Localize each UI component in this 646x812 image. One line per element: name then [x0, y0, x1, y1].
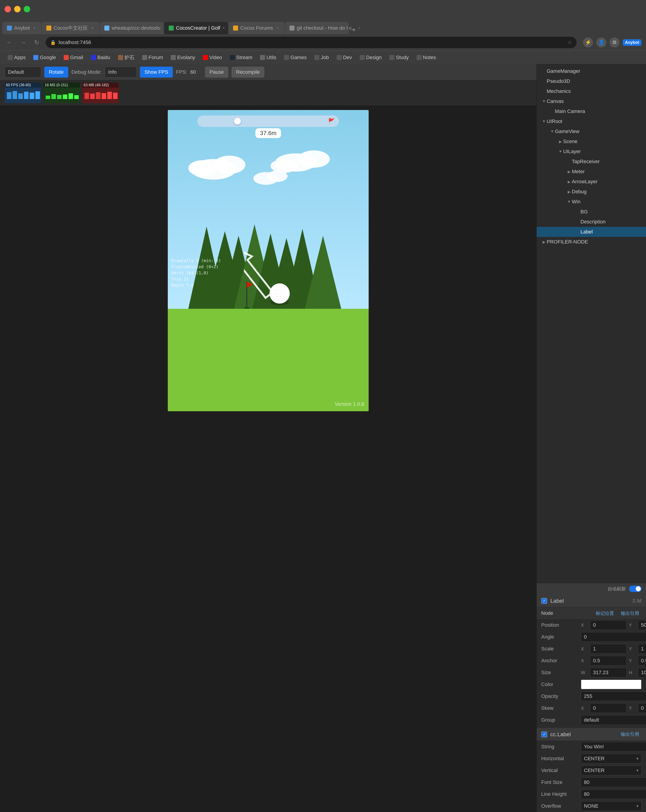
auto-refresh-toggle[interactable] [629, 586, 641, 592]
tree-item-uiroot[interactable]: ▼ UIRoot [537, 116, 646, 127]
opacity-input[interactable] [581, 691, 646, 701]
collapse-arrow-icon[interactable]: ▼ [550, 129, 555, 134]
bookmark-job[interactable]: Job [311, 53, 332, 62]
rotate-button[interactable]: Rotate [44, 67, 68, 78]
tree-item-bg[interactable]: BG [537, 207, 646, 217]
show-fps-button[interactable]: Show FPS [140, 67, 173, 78]
bookmark-hearthstone[interactable]: 炉石 [115, 53, 137, 62]
tree-item-meter[interactable]: ▶ Meter [537, 166, 646, 177]
tab-cocos-forums[interactable]: Cocos Forums × [229, 22, 284, 34]
collapse-arrow-icon[interactable]: ▼ [567, 199, 572, 205]
collapse-arrow-icon[interactable]: ▼ [541, 99, 547, 104]
export-reference-button[interactable]: 输出引用 [619, 609, 641, 617]
bookmark-star-icon[interactable]: ☆ [568, 40, 572, 46]
bookmark-google[interactable]: Google [30, 53, 59, 62]
new-tab-button[interactable]: + [349, 25, 358, 34]
profile-button[interactable]: 👤 [596, 37, 606, 47]
overflow-select[interactable]: NONE ▾ [581, 801, 641, 811]
group-input[interactable] [581, 715, 646, 725]
tab-cocos-creator[interactable]: CocosCreator | Golf × [164, 22, 228, 34]
line-height-input[interactable] [581, 789, 646, 799]
reload-button[interactable]: ↻ [32, 38, 41, 47]
tree-item-main-camera[interactable]: Main Camera [537, 106, 646, 116]
tree-item-arrowlayer[interactable]: ▶ ArrowLayer [537, 177, 646, 187]
scale-y-input[interactable] [638, 644, 646, 653]
scale-x-input[interactable] [590, 644, 626, 653]
vertical-select[interactable]: CENTER ▾ [581, 766, 641, 775]
component-enabled-checkbox[interactable]: ✓ [541, 598, 547, 604]
tree-item-tapreceiver[interactable]: TapReceiver [537, 157, 646, 166]
size-w-input[interactable] [590, 668, 626, 677]
horizontal-select[interactable]: CENTER ▾ [581, 754, 641, 763]
anchor-x-input[interactable] [590, 656, 626, 665]
tree-item-scene[interactable]: ▶ Scene [537, 136, 646, 147]
close-button[interactable] [5, 6, 11, 12]
bookmark-utils[interactable]: Utils [257, 53, 279, 62]
tab-anybot[interactable]: Anybot × [2, 22, 41, 34]
expand-arrow-icon[interactable]: ▶ [567, 169, 572, 174]
bookmark-notes[interactable]: Notes [413, 53, 439, 62]
bookmark-forum[interactable]: Forum [139, 53, 166, 62]
bookmark-stream[interactable]: Stream [227, 53, 256, 62]
position-y-input[interactable] [638, 620, 646, 630]
extensions-button[interactable]: ⚡ [583, 37, 593, 47]
pause-button[interactable]: Pause [205, 67, 228, 78]
tree-item-label[interactable]: Label [537, 227, 646, 237]
tab-cocos-cn[interactable]: Cocos中文社区 × [42, 22, 99, 34]
tree-item-debug[interactable]: ▶ Debug [537, 187, 646, 197]
tree-item-gamemanager[interactable]: GameManager [537, 66, 646, 76]
bookmark-video[interactable]: Video [200, 53, 225, 62]
layout-select[interactable]: Default [5, 67, 41, 78]
expand-arrow-icon[interactable]: ▶ [567, 179, 572, 185]
tree-item-win[interactable]: ▼ Win [537, 197, 646, 207]
tab-close[interactable]: × [32, 26, 37, 31]
collapse-arrow-icon[interactable]: ▼ [541, 119, 547, 124]
bookmark-design[interactable]: Design [357, 53, 385, 62]
bookmark-dev[interactable]: Dev [333, 53, 355, 62]
tab-close[interactable]: × [275, 26, 280, 31]
tab-wheatup[interactable]: wheatup/ccc-devtools: × [100, 22, 164, 34]
debug-select[interactable]: Info [105, 67, 137, 78]
bookmark-baidu[interactable]: Baidu [88, 53, 113, 62]
collapse-arrow-icon[interactable]: ▼ [557, 149, 563, 154]
angle-input[interactable] [581, 632, 646, 642]
scene-view[interactable]: 🚩 37.6m [0, 105, 536, 812]
forward-button[interactable]: → [18, 38, 28, 47]
string-input[interactable] [581, 742, 646, 751]
tab-git-checkout[interactable]: git checkout - How do I c... × [285, 22, 349, 34]
skew-y-input[interactable] [638, 704, 646, 713]
tree-item-pseudo3d[interactable]: Pseudo3D [537, 76, 646, 86]
bookmark-gmail[interactable]: Gmail [61, 53, 86, 62]
bookmark-games[interactable]: Games [281, 53, 310, 62]
bookmark-study[interactable]: Study [386, 53, 412, 62]
tree-item-canvas[interactable]: ▼ Canvas [537, 96, 646, 106]
recompile-button[interactable]: Recompile [231, 67, 264, 78]
cc-label-enabled-checkbox[interactable]: ✓ [541, 731, 547, 737]
bookmark-apps[interactable]: Apps [5, 53, 29, 62]
tree-item-mechanics[interactable]: Mechanics [537, 86, 646, 96]
font-size-input[interactable] [581, 778, 646, 787]
tree-item-profiler-node[interactable]: ▶ PROFILER-NODE [537, 237, 646, 247]
size-h-input[interactable] [638, 668, 646, 677]
maximize-button[interactable] [24, 6, 30, 12]
tab-close[interactable]: × [223, 26, 224, 31]
minimize-button[interactable] [14, 6, 21, 12]
position-x-input[interactable] [590, 620, 626, 630]
bookmark-evolany[interactable]: Evolany [168, 53, 198, 62]
color-swatch[interactable] [581, 680, 641, 689]
cc-label-export-button[interactable]: 输出引用 [619, 730, 641, 738]
anchor-y-input[interactable] [638, 656, 646, 665]
tree-item-gameview[interactable]: ▼ GameView [537, 127, 646, 136]
expand-arrow-icon[interactable]: ▶ [567, 189, 572, 194]
address-bar[interactable]: 🔒 localhost:7456 ☆ [46, 37, 577, 48]
settings-button[interactable]: ⚙ [609, 37, 620, 47]
skew-x-input[interactable] [590, 704, 626, 713]
tree-item-uilayer[interactable]: ▼ UILayer [537, 147, 646, 157]
tree-item-description[interactable]: Description [537, 217, 646, 227]
tab-close[interactable]: × [90, 26, 95, 31]
expand-arrow-icon[interactable]: ▶ [557, 139, 563, 144]
back-button[interactable]: ← [5, 38, 14, 47]
expand-arrow-icon[interactable]: ▶ [541, 239, 547, 245]
tab-close[interactable]: × [358, 26, 360, 31]
bookmark-position-button[interactable]: 标记位置 [594, 609, 616, 617]
